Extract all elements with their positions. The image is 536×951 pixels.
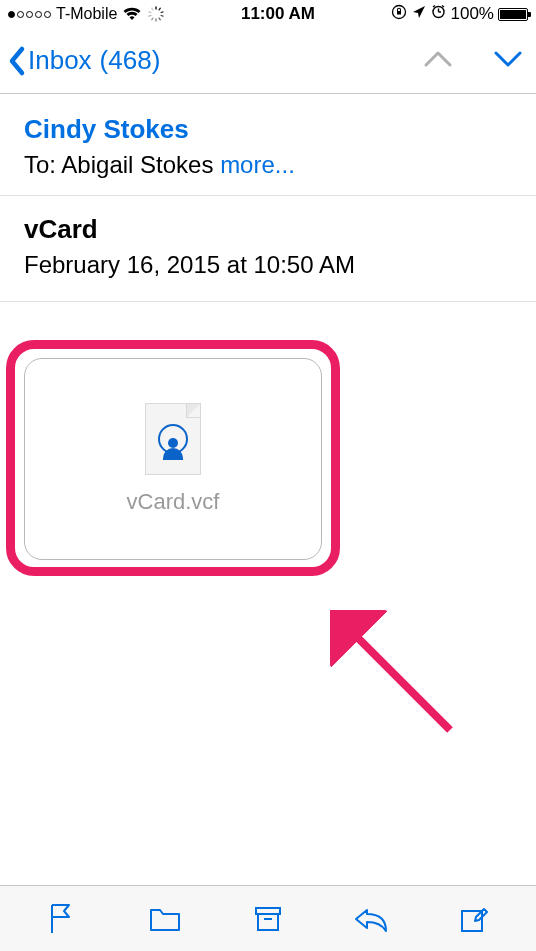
battery-group: 100% <box>451 4 528 24</box>
toolbar <box>0 885 536 951</box>
compose-button[interactable] <box>455 903 493 935</box>
battery-percentage: 100% <box>451 4 494 24</box>
svg-line-9 <box>152 8 153 10</box>
inbox-count: (468) <box>100 45 161 76</box>
next-message-button[interactable] <box>492 49 524 73</box>
attachment-filename: vCard.vcf <box>127 489 220 515</box>
svg-line-1 <box>159 8 160 10</box>
nav-bar: Inbox (468) <box>0 28 536 94</box>
nav-arrows <box>422 49 524 73</box>
svg-rect-11 <box>397 11 401 15</box>
message-content: Cindy Stokes To: Abigail Stokes more... … <box>0 94 536 584</box>
svg-line-17 <box>348 628 450 730</box>
carrier-label: T-Mobile <box>56 5 117 23</box>
recipient-name: Abigail Stokes <box>61 151 213 178</box>
signal-strength-icon <box>8 11 51 18</box>
svg-line-2 <box>161 12 163 13</box>
svg-rect-19 <box>258 914 278 930</box>
annotation-arrow <box>330 610 470 750</box>
status-bar: T-Mobile 11:00 AM 100% <box>0 0 536 28</box>
battery-icon <box>498 8 528 21</box>
svg-line-8 <box>149 12 151 13</box>
status-left: T-Mobile <box>8 5 165 23</box>
clock-time: 11:00 AM <box>241 4 315 24</box>
to-prefix: To: <box>24 151 56 178</box>
message-date: February 16, 2015 at 10:50 AM <box>24 251 512 279</box>
alarm-icon <box>431 4 446 24</box>
message-body: vCard.vcf <box>0 302 536 584</box>
reply-button[interactable] <box>352 905 390 933</box>
svg-line-6 <box>152 18 153 20</box>
wifi-icon <box>122 7 142 21</box>
sender-name[interactable]: Cindy Stokes <box>24 114 512 145</box>
chevron-left-icon <box>8 45 26 77</box>
back-label: Inbox <box>28 45 92 76</box>
flag-button[interactable] <box>43 902 81 936</box>
back-button[interactable]: Inbox (468) <box>8 45 160 77</box>
svg-line-16 <box>442 6 444 8</box>
loading-spinner-icon <box>147 5 165 23</box>
more-recipients-button[interactable]: more... <box>220 151 295 178</box>
move-button[interactable] <box>146 905 184 933</box>
vcard-file-icon <box>145 403 201 475</box>
svg-line-3 <box>161 16 163 17</box>
rotation-lock-icon <box>391 4 407 25</box>
archive-button[interactable] <box>249 904 287 934</box>
subject: vCard <box>24 214 512 245</box>
location-icon <box>412 4 426 24</box>
svg-line-7 <box>149 16 151 17</box>
svg-line-4 <box>159 18 160 20</box>
message-header: Cindy Stokes To: Abigail Stokes more... <box>0 94 536 196</box>
subject-block: vCard February 16, 2015 at 10:50 AM <box>0 196 536 302</box>
status-right: 100% <box>391 4 528 25</box>
attachment-card[interactable]: vCard.vcf <box>24 358 322 560</box>
previous-message-button[interactable] <box>422 49 454 73</box>
svg-line-15 <box>433 6 435 8</box>
recipient-line: To: Abigail Stokes more... <box>24 151 512 179</box>
